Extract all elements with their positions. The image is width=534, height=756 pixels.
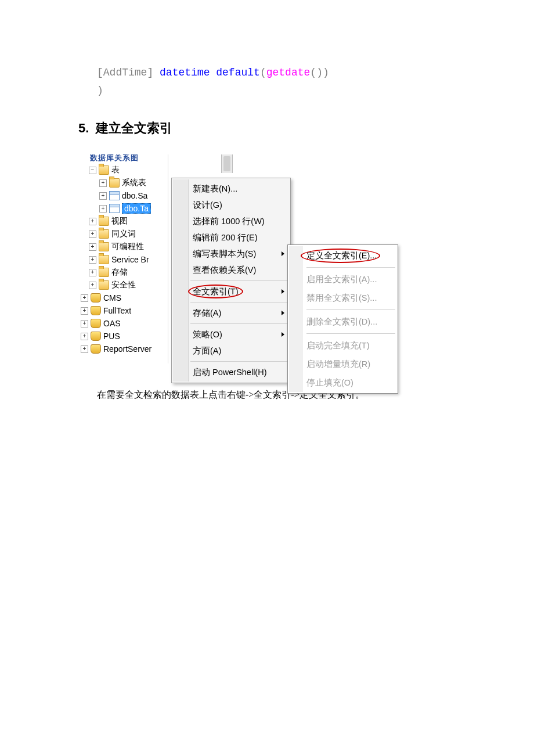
scrollbar-hint [221, 154, 233, 173]
menu-separator [306, 333, 395, 334]
database-icon [91, 293, 101, 303]
code-fn: getdate [266, 67, 311, 78]
menu-item-start-powershell[interactable]: 启动 PowerShell(H) [173, 364, 289, 380]
expand-icon[interactable]: + [81, 333, 88, 340]
expand-icon[interactable]: + [99, 192, 107, 200]
folder-icon [99, 268, 109, 277]
menu-separator [190, 361, 288, 362]
menu-item-design[interactable]: 设计(G) [173, 197, 289, 213]
tree-node-dbo-ta[interactable]: + dbo.Ta [78, 202, 168, 215]
context-menu[interactable]: 新建表(N)... 设计(G) 选择前 1000 行(W) 编辑前 200 行(… [171, 178, 291, 383]
object-explorer-panel: 数据库关系图 − 表 + 系统表 + db [78, 154, 168, 363]
code-default-kw: default [216, 67, 260, 78]
menu-item-delete-fulltext[interactable]: 删除全文索引(D)... [289, 312, 396, 331]
table-icon [109, 191, 120, 200]
database-icon [91, 306, 101, 315]
menu-item-stop-populate[interactable]: 停止填充(O) [289, 373, 396, 392]
submenu-arrow-icon [282, 332, 284, 337]
submenu-arrow-icon [282, 289, 284, 294]
tree-node-system-tables[interactable]: + 系统表 [78, 177, 168, 189]
menu-item-policies[interactable]: 策略(O) [173, 326, 289, 343]
expand-icon[interactable]: + [89, 256, 96, 264]
tree-node-db[interactable]: +FullText [78, 304, 168, 317]
code-column: [AddTime] [97, 67, 153, 78]
tree-node-db[interactable]: +ReportServer [78, 343, 168, 355]
expand-icon[interactable]: + [81, 294, 88, 302]
fulltext-submenu[interactable]: 定义全文索引(E)... 启用全文索引(A)... 禁用全文索引(S)... 删… [287, 244, 398, 394]
tree-node-db[interactable]: +PUS [78, 330, 168, 343]
tree-node-db[interactable]: +OAS [78, 317, 168, 330]
expand-icon[interactable]: + [81, 320, 88, 327]
section-heading: 5.建立全文索引 [78, 120, 459, 137]
screenshot: 数据库关系图 − 表 + 系统表 + db [78, 154, 435, 366]
database-icon [91, 319, 101, 328]
menu-separator [306, 309, 395, 310]
tree-node[interactable]: +可编程性 [78, 240, 168, 253]
folder-icon [99, 217, 109, 226]
heading-number: 5. [78, 121, 96, 136]
tree-node[interactable]: +视图 [78, 215, 168, 228]
menu-item-incr-populate[interactable]: 启动增量填充(R) [289, 355, 396, 373]
menu-item-select-top[interactable]: 选择前 1000 行(W) [173, 213, 289, 229]
expand-icon[interactable]: + [89, 218, 96, 225]
expand-icon[interactable]: + [89, 282, 96, 289]
folder-icon [99, 229, 109, 239]
code-type: datetime [160, 67, 210, 78]
folder-icon [99, 280, 109, 290]
expand-icon[interactable]: + [81, 345, 88, 353]
expand-icon[interactable]: + [89, 269, 96, 276]
tree-node-tables[interactable]: − 表 [78, 164, 168, 177]
tree-cut-label: 数据库关系图 [90, 154, 139, 163]
menu-item-facets[interactable]: 方面(A) [173, 343, 289, 359]
tree-node-dbo-sa[interactable]: + dbo.Sa [78, 189, 168, 202]
code-block: [AddTime] datetime default(getdate()) ) [97, 64, 459, 99]
menu-item-enable-fulltext[interactable]: 启用全文索引(A)... [289, 270, 396, 289]
menu-separator [190, 302, 288, 303]
submenu-arrow-icon [282, 311, 284, 315]
tree-node-db[interactable]: +CMS [78, 291, 168, 304]
menu-item-disable-fulltext[interactable]: 禁用全文索引(S)... [289, 289, 396, 307]
tree-label-selected: dbo.Ta [122, 203, 151, 214]
menu-item-storage[interactable]: 存储(A) [173, 305, 289, 321]
expand-icon[interactable]: + [89, 231, 96, 238]
expand-icon[interactable]: + [99, 205, 107, 213]
menu-item-script-as[interactable]: 编写表脚本为(S) [173, 246, 289, 262]
heading-text: 建立全文索引 [96, 121, 172, 135]
menu-separator [190, 323, 288, 324]
table-icon [109, 204, 120, 213]
folder-icon [99, 165, 109, 175]
body-paragraph: 在需要全文检索的数据表上点击右键->全文索引->定义全文索引。 [78, 389, 459, 401]
database-icon [91, 344, 101, 354]
code-tail: ) [97, 85, 103, 96]
highlight-circle: 定义全文索引(E)... [306, 249, 377, 262]
folder-icon [99, 255, 109, 264]
expand-icon[interactable]: + [89, 243, 96, 251]
menu-item-full-populate[interactable]: 启动完全填充(T) [289, 336, 396, 355]
folder-icon [99, 242, 109, 251]
tree-node[interactable]: +存储 [78, 266, 168, 279]
menu-item-fulltext-index[interactable]: 全文索引(T) [173, 283, 289, 300]
tree-node[interactable]: +同义词 [78, 228, 168, 240]
highlight-circle: 全文索引(T) [193, 286, 239, 297]
tree-label: 系统表 [122, 178, 146, 188]
submenu-arrow-icon [282, 251, 284, 256]
tree-label: 表 [111, 165, 120, 175]
folder-icon [109, 178, 120, 188]
database-icon [91, 332, 101, 341]
collapse-icon[interactable]: − [89, 167, 96, 174]
menu-item-edit-top[interactable]: 编辑前 200 行(E) [173, 229, 289, 246]
expand-icon[interactable]: + [81, 307, 88, 315]
menu-item-define-fulltext[interactable]: 定义全文索引(E)... [289, 246, 396, 265]
menu-item-view-deps[interactable]: 查看依赖关系(V) [173, 262, 289, 278]
menu-separator [190, 280, 288, 281]
tree-node[interactable]: +Service Br [78, 253, 168, 266]
tree-label: dbo.Sa [122, 191, 147, 200]
menu-item-new-table[interactable]: 新建表(N)... [173, 181, 289, 197]
tree-node[interactable]: +安全性 [78, 279, 168, 291]
expand-icon[interactable]: + [99, 179, 107, 187]
menu-separator [306, 267, 395, 268]
